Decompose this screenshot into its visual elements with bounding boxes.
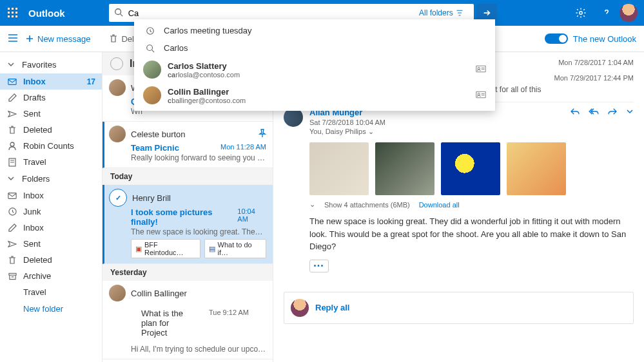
search-scope[interactable]: All folders [419,8,463,17]
svg-rect-3 [8,12,10,14]
suggestion-text: Carlos [164,43,188,53]
hamburger-icon[interactable] [8,33,18,44]
note-icon [8,158,17,167]
suggestion-recent[interactable]: Carlos [134,39,495,57]
more-button[interactable]: ••• [309,260,329,272]
help-icon[interactable] [594,0,620,26]
folders-header[interactable]: Folders [0,170,102,187]
show-attachments-link[interactable]: Show 4 attachments (6MB) [324,201,410,209]
settings-icon[interactable] [568,0,594,26]
chevron-down-icon[interactable]: ⌄ [309,200,315,209]
send-icon [8,110,17,118]
sidebar-item-sent[interactable]: Sent [0,236,102,252]
reply-icon[interactable] [571,108,580,117]
reply-all-label: Reply all [315,303,349,312]
sidebar-item-label: Robin Counts [23,141,74,151]
suggestion-person[interactable]: Carlos Slattery carlosla@contoso.com [134,57,495,82]
sidebar-item-label: Deleted [23,125,52,135]
message-subject: What is the plan for Project [131,302,199,344]
contact-card-icon[interactable] [476,65,486,75]
message-item[interactable]: ✓Henry BrillI took some pictures finally… [102,185,273,264]
forward-icon[interactable] [608,108,617,117]
suggestion-person[interactable]: Collin Ballinger cballinger@contoso.com [134,82,495,108]
arrow-right-icon [482,8,491,17]
attachment-thumbnail[interactable] [441,142,500,195]
reply-all-icon[interactable] [589,108,599,117]
sidebar-item-deleted[interactable]: Deleted [0,122,102,138]
user-avatar[interactable] [620,4,638,22]
clock-icon [8,207,17,216]
message-subject: Team Picnic [131,143,179,153]
svg-point-13 [147,44,153,50]
new-message-button[interactable]: New message [26,34,90,44]
svg-rect-19 [8,79,16,84]
sidebar-item-travel[interactable]: Travel [0,154,102,170]
sidebar-item-label: Sent [23,239,41,249]
svg-rect-4 [12,12,14,14]
attachment-thumbnail[interactable] [309,142,369,195]
attachment-thumbnail[interactable] [375,142,434,195]
delete-label: Del [121,34,134,44]
message-recipients: You, Daisy Philips ⌄ [309,128,634,136]
user-avatar [291,299,309,317]
sidebar-item-label: Junk [23,207,41,216]
sidebar-item-label: Inbox [23,191,44,200]
archive-icon [8,272,17,280]
download-all-link[interactable]: Download all [419,201,460,209]
toggle-switch[interactable] [545,33,568,44]
chevron-down-icon [8,174,15,184]
section-label: Folders [22,174,50,184]
search-icon [143,44,157,53]
app-launcher-icon[interactable] [0,0,26,26]
select-checkbox[interactable]: ✓ [109,189,127,207]
new-folder-link[interactable]: New folder [0,300,102,318]
svg-point-11 [580,12,583,15]
pencil-icon [8,224,17,232]
sidebar-item-deleted[interactable]: Deleted [0,252,102,268]
send-icon [8,240,17,248]
attachment-chip[interactable]: ▤What to do if… [204,239,266,258]
message-preview: Really looking forward to seeing you all… [131,153,266,162]
message-item[interactable]: LBLydia Bauer›How does everyone's timeli… [102,359,273,362]
reply-all-box[interactable]: Reply all [284,292,634,324]
date-group: Today [102,168,273,185]
pin-icon[interactable] [259,129,266,140]
favorites-header[interactable]: Favorites [0,56,102,73]
sidebar-item-archive[interactable]: Archive [0,268,102,284]
person-email: cballinger@contoso.com [168,97,246,104]
sidebar-item-label: Inbox [23,77,46,86]
chevron-down-icon[interactable] [626,108,634,117]
svg-rect-7 [12,15,14,17]
suggestion-recent[interactable]: Carlos meeting tuesday [134,22,495,39]
toggle-label: The new Outlook [573,34,636,44]
trash-icon [110,34,117,43]
message-time: 10:04 AM [237,207,266,227]
sidebar-item-travel[interactable]: Travel [0,284,102,300]
search-input[interactable] [127,8,419,19]
sidebar-item-robin-counts[interactable]: Robin Counts [0,138,102,154]
contact-card-icon[interactable] [476,91,486,100]
filter-icon [456,9,463,17]
new-outlook-toggle[interactable]: The new Outlook [545,33,636,44]
delete-button[interactable]: Del [110,34,134,44]
person-name: Carlos Slattery [168,61,240,71]
attachment-chips: ▣BFF Reintoduc…▤What to do if… [131,239,266,258]
chevron-down-icon [8,60,15,70]
sidebar-item-inbox[interactable]: Inbox [0,187,102,204]
sidebar-item-drafts[interactable]: Drafts [0,90,102,106]
sidebar-item-junk[interactable]: Junk [0,204,102,220]
message-from: Celeste burton [131,129,186,139]
person-avatar [143,86,161,104]
message-item[interactable]: Celeste burtonTeam PicnicMon 11:28 AMRea… [102,122,273,168]
message-item[interactable]: Collin BallingerWhat is the plan for Pro… [102,281,273,359]
message-from: Henry Brill [132,193,171,203]
select-all-checkbox[interactable] [110,57,123,70]
attachment-chip[interactable]: ▣BFF Reintoduc… [131,239,200,258]
attachment-thumbnail[interactable] [507,142,566,195]
sidebar-item-inbox[interactable]: Inbox17 [0,73,102,90]
sidebar-item-inbox[interactable]: Inbox [0,220,102,236]
chevron-down-icon[interactable]: ⌄ [368,128,374,135]
sidebar-item-label: Deleted [23,255,52,265]
sidebar-item-sent[interactable]: Sent [0,106,102,122]
sidebar-item-label: Travel [23,157,46,167]
